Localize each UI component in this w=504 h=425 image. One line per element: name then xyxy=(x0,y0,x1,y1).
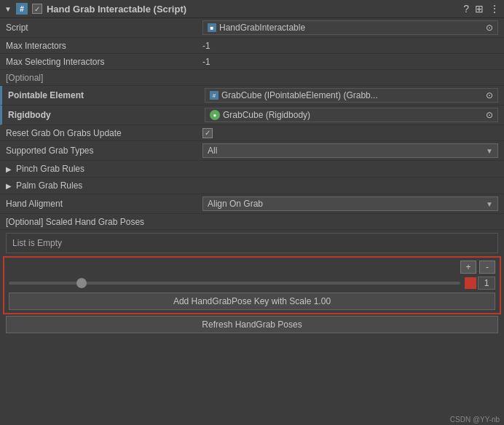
rigidbody-value: ● GrabCube (Rigidbody) ⊙ xyxy=(205,108,498,122)
pinch-grab-rules-section[interactable]: ▶ Pinch Grab Rules xyxy=(0,161,504,178)
max-interactors-row: Max Interactors -1 xyxy=(0,38,504,54)
pointable-element-row: Pointable Element # GrabCube (IPointable… xyxy=(0,86,504,106)
slider-track[interactable] xyxy=(9,282,460,285)
rigidbody-label: Rigidbody xyxy=(8,110,205,120)
script-value-box[interactable]: ■ HandGrabInteractable ⊙ xyxy=(202,20,498,35)
supported-grab-types-dropdown[interactable]: All ▼ xyxy=(202,143,498,158)
reset-grab-checkbox[interactable]: ✓ xyxy=(202,128,213,138)
help-icon[interactable]: ? xyxy=(463,3,469,15)
collapse-arrow[interactable]: ▼ xyxy=(4,5,12,13)
title-bar: ▼ # ✓ Hand Grab Interactable (Script) ? … xyxy=(0,0,504,18)
max-selecting-label: Max Selecting Interactors xyxy=(6,57,202,67)
slider-value-box: 1 xyxy=(465,277,495,290)
reset-grab-label: Reset Grab On Grabs Update xyxy=(6,128,202,138)
supported-grab-dropdown-arrow: ▼ xyxy=(486,147,493,155)
slider-row: 1 xyxy=(9,277,495,290)
enabled-checkbox[interactable]: ✓ xyxy=(32,4,42,14)
layout-icon[interactable]: ⊞ xyxy=(475,3,484,15)
pointable-element-filename: GrabCube (IPointableElement) (Grabb... xyxy=(221,90,378,100)
rigidbody-row: Rigidbody ● GrabCube (Rigidbody) ⊙ xyxy=(0,106,504,125)
max-selecting-interactors-row: Max Selecting Interactors -1 xyxy=(0,54,504,70)
slider-badge xyxy=(465,277,476,289)
hand-alignment-selected: Align On Grab xyxy=(208,199,263,209)
title-icons: ? ⊞ ⋮ xyxy=(463,3,500,15)
pinch-grab-rules-label: Pinch Grab Rules xyxy=(16,164,84,174)
component-title: Hand Grab Interactable (Script) xyxy=(47,4,459,15)
rigidbody-box[interactable]: ● GrabCube (Rigidbody) ⊙ xyxy=(205,108,498,122)
palm-grab-rules-label: Palm Grab Rules xyxy=(16,180,82,191)
max-interactors-label: Max Interactors xyxy=(6,41,202,51)
plus-button[interactable]: + xyxy=(460,261,476,274)
list-empty-section: List is Empty xyxy=(6,233,498,253)
slider-top-row: + - xyxy=(9,261,495,274)
slider-number[interactable]: 1 xyxy=(478,277,495,290)
refresh-handgrab-poses-button[interactable]: Refresh HandGrab Poses xyxy=(6,316,498,333)
pointable-element-box[interactable]: # GrabCube (IPointableElement) (Grabb...… xyxy=(205,88,498,103)
rigidbody-icon: ● xyxy=(210,110,220,120)
pinch-grab-arrow: ▶ xyxy=(6,165,12,173)
pointable-element-label: Pointable Element xyxy=(8,90,205,100)
supported-grab-types-value: All ▼ xyxy=(202,143,498,158)
add-handgrabpose-button[interactable]: Add HandGrabPose Key with Scale 1.00 xyxy=(9,293,495,310)
palm-grab-rules-section[interactable]: ▶ Palm Grab Rules xyxy=(0,178,504,194)
script-value: ■ HandGrabInteractable ⊙ xyxy=(202,20,498,35)
rigidbody-circle-btn[interactable]: ⊙ xyxy=(486,110,493,120)
watermark: CSDN @YY-nb xyxy=(450,416,500,424)
cs-file-icon: ■ xyxy=(208,23,216,32)
script-row: Script ■ HandGrabInteractable ⊙ xyxy=(0,18,504,38)
script-filename: HandGrabInteractable xyxy=(219,23,305,33)
hand-alignment-value: Align On Grab ▼ xyxy=(202,196,498,211)
palm-grab-arrow: ▶ xyxy=(6,182,12,190)
slider-section: + - 1 Add HandGrabPose Key with Scale 1.… xyxy=(3,256,501,314)
menu-icon[interactable]: ⋮ xyxy=(489,3,500,15)
optional-header-row: [Optional] xyxy=(0,70,504,86)
element-icon: # xyxy=(210,91,218,100)
script-label: Script xyxy=(6,23,202,33)
reset-grab-row: Reset Grab On Grabs Update ✓ xyxy=(0,125,504,141)
max-interactors-value[interactable]: -1 xyxy=(202,41,498,51)
hand-alignment-row: Hand Aligment Align On Grab ▼ xyxy=(0,194,504,214)
script-icon: # xyxy=(16,3,28,15)
optional-label: [Optional] xyxy=(6,73,202,83)
reset-grab-checkbox-area: ✓ xyxy=(202,128,498,138)
pointable-circle-btn[interactable]: ⊙ xyxy=(486,90,493,100)
pointable-element-value: # GrabCube (IPointableElement) (Grabb...… xyxy=(205,88,498,103)
hand-alignment-arrow: ▼ xyxy=(486,200,493,208)
minus-button[interactable]: - xyxy=(479,261,495,274)
rigidbody-filename: GrabCube (Rigidbody) xyxy=(223,110,310,120)
supported-grab-types-row: Supported Grab Types All ▼ xyxy=(0,141,504,161)
script-circle-btn[interactable]: ⊙ xyxy=(486,23,493,33)
optional-scaled-row: [Optional] Scaled Hand Grab Poses xyxy=(0,214,504,230)
supported-grab-types-selected: All xyxy=(208,146,217,156)
list-empty-text: List is Empty xyxy=(12,238,62,248)
optional-scaled-label: [Optional] Scaled Hand Grab Poses xyxy=(6,217,202,227)
supported-grab-types-label: Supported Grab Types xyxy=(6,146,202,156)
slider-thumb[interactable] xyxy=(76,278,87,288)
max-selecting-value[interactable]: -1 xyxy=(202,57,498,67)
hand-alignment-dropdown[interactable]: Align On Grab ▼ xyxy=(202,196,498,211)
hand-alignment-label: Hand Aligment xyxy=(6,199,202,209)
